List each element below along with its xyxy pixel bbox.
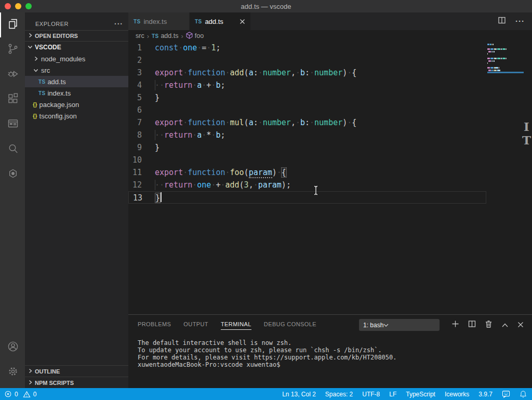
activitybar-source-control[interactable] (0, 37, 25, 62)
code-token: mul (230, 118, 244, 127)
code-token: { (352, 68, 356, 77)
close-tab-icon[interactable] (240, 19, 245, 24)
code-line-11[interactable]: 11export·function·foo(param)·{ (128, 166, 486, 179)
close-panel-button[interactable] (517, 321, 524, 330)
code-token: b (300, 68, 305, 77)
split-terminal-button[interactable] (468, 320, 476, 330)
tab-label: index.ts (143, 18, 167, 25)
errors-icon[interactable] (4, 390, 12, 398)
activitybar-app-window[interactable] (0, 112, 25, 137)
panel-tab-output[interactable]: OUTPUT (183, 321, 208, 330)
maximize-panel-button[interactable] (501, 321, 509, 330)
tree-item-package-json[interactable]: {}package.json (25, 99, 128, 110)
ts-file-icon: TS (195, 19, 202, 24)
tree-item-tsconfig-json[interactable]: {}tsconfig.json (25, 110, 128, 122)
code-line-6[interactable]: 6 (128, 104, 486, 116)
tree-item-index-ts[interactable]: TSindex.ts (25, 87, 128, 99)
status-iceworks[interactable]: Iceworks (445, 391, 469, 398)
status-ln-13-col-2[interactable]: Ln 13, Col 2 (282, 391, 316, 398)
code-token: a (249, 118, 254, 127)
code-line-2[interactable]: 2 (128, 54, 486, 66)
code-token: { (282, 168, 286, 177)
title-bar: add.ts — vscode (0, 0, 532, 12)
activitybar-iceworks[interactable] (0, 162, 25, 187)
status-lf[interactable]: LF (389, 391, 396, 398)
code-line-9[interactable]: 9} (128, 141, 486, 154)
workspace-root-folder[interactable]: VSCODE (25, 42, 128, 53)
code-token: export (155, 118, 183, 127)
gear-icon (7, 365, 19, 380)
panel-tab-terminal[interactable]: TERMINAL (221, 321, 251, 330)
terminal-select-dropdown[interactable]: 1: bash (359, 319, 440, 331)
activitybar-run-debug[interactable] (0, 62, 25, 87)
terminal-output[interactable]: The default interactive shell is now zsh… (128, 330, 532, 368)
line-number: 5 (128, 91, 155, 104)
notifications-bell-icon[interactable] (520, 390, 527, 398)
panel-tab-debug-console[interactable]: DEBUG CONSOLE (264, 321, 316, 330)
line-number: 8 (128, 129, 155, 141)
code-line-5[interactable]: 5} (128, 91, 486, 104)
open-editors-section[interactable]: OPEN EDITORS (25, 30, 128, 42)
status-3-9-7[interactable]: 3.9.7 (478, 391, 493, 398)
ts-file-icon: TS (152, 33, 158, 39)
code-token: } (155, 93, 159, 102)
warnings-icon[interactable] (23, 391, 31, 398)
activitybar-extensions[interactable] (0, 87, 25, 112)
code-token: = (202, 43, 206, 52)
breadcrumb-src[interactable]: src (136, 32, 144, 39)
editor-tab-add-ts[interactable]: TSadd.ts (190, 12, 251, 30)
tree-item-add-ts[interactable]: TSadd.ts (25, 76, 128, 87)
new-terminal-button[interactable] (451, 320, 459, 330)
code-token: { (352, 118, 356, 127)
code-token: , (249, 180, 254, 190)
warnings-count[interactable]: 0 (33, 391, 37, 398)
tree-item-src[interactable]: src (25, 64, 128, 76)
code-line-7[interactable]: 7export·function·mul(a:·number,·b:·numbe… (128, 116, 486, 129)
code-token: a (197, 130, 202, 140)
panel-tab-problems[interactable]: PROBLEMS (138, 321, 171, 330)
files-icon (7, 18, 19, 32)
whitespace-dots: · (296, 68, 300, 77)
account-icon (7, 340, 19, 355)
activitybar-settings[interactable] (0, 360, 25, 385)
status-typescript[interactable]: TypeScript (406, 391, 435, 398)
code-line-10[interactable]: 10 (128, 154, 486, 166)
feedback-smiley-icon[interactable] (502, 390, 510, 398)
code-line-3[interactable]: 3export·function·add(a:·number,·b:·numbe… (128, 66, 486, 79)
status-utf-8[interactable]: UTF-8 (362, 391, 380, 398)
code-editor[interactable]: 1const·one·=·1;23export·function·add(a:·… (128, 42, 532, 314)
code-line-13[interactable]: 13} (128, 191, 486, 204)
activitybar-search[interactable] (0, 137, 25, 162)
code-line-12[interactable]: 12··return·one·+·add(3,·param); (128, 179, 486, 191)
npm-scripts-section[interactable]: NPM SCRIPTS (25, 377, 128, 388)
tree-item-node_modules[interactable]: node_modules (25, 53, 128, 64)
explorer-more-actions-button[interactable]: ··· (114, 21, 123, 26)
code-token: : (305, 118, 310, 127)
tree-item-label: index.ts (47, 89, 71, 97)
outline-section[interactable]: OUTLINE (25, 365, 128, 377)
code-line-4[interactable]: 4··return·a·+·b; (128, 79, 486, 91)
code-line-8[interactable]: 8··return·a·*·b; (128, 129, 486, 141)
minimap[interactable] (487, 44, 524, 74)
whitespace-dots: · (310, 68, 314, 77)
errors-count[interactable]: 0 (15, 391, 18, 398)
breadcrumb-symbol-foo[interactable]: foo (186, 32, 204, 41)
chevron-right-icon (27, 32, 33, 39)
whitespace-dots: · (183, 68, 188, 77)
breadcrumb-file[interactable]: TS add.ts (152, 32, 178, 39)
code-token: : (254, 68, 258, 77)
status-spaces-2[interactable]: Spaces: 2 (325, 391, 353, 398)
minimap-line (487, 44, 524, 45)
code-token: b (300, 118, 305, 127)
code-line-1[interactable]: 1const·one·=·1; (128, 42, 486, 54)
split-editor-button[interactable] (498, 16, 506, 26)
activitybar-explorer[interactable] (0, 12, 25, 37)
line-number: 1 (128, 42, 155, 54)
code-content: ··return·one·+·add(3,·param); (155, 179, 291, 191)
editor-tab-index-ts[interactable]: TSindex.ts (128, 12, 190, 30)
tab-label: add.ts (205, 18, 223, 25)
activitybar-accounts[interactable] (0, 335, 25, 360)
terminal-line: xuwentaodeMacBook-Pro:vscode xuwentao$ (138, 361, 532, 368)
kill-terminal-trash-button[interactable] (485, 320, 493, 330)
editor-more-actions-button[interactable]: ··· (515, 19, 525, 24)
